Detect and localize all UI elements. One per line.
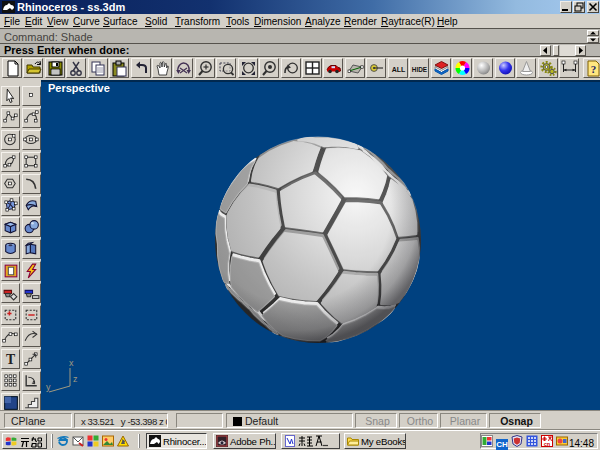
svg-text:z: z — [73, 374, 78, 384]
svg-text:cn: cn — [544, 441, 551, 447]
svg-text:y: y — [46, 382, 51, 392]
svg-text:x: x — [69, 358, 74, 368]
